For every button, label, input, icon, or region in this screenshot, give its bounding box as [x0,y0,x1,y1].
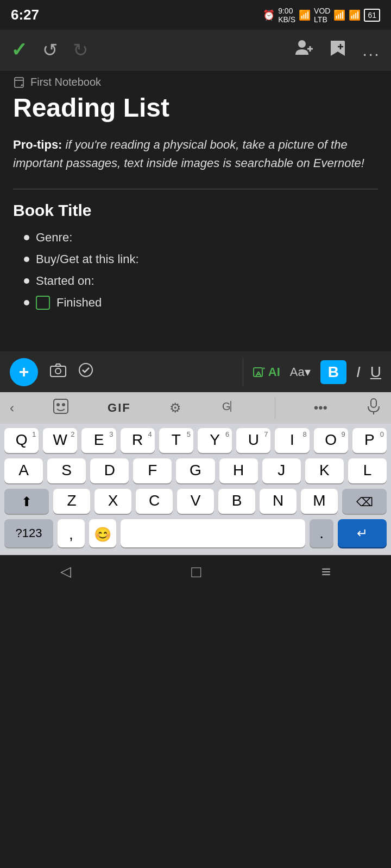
back-nav-button[interactable]: ◁ [60,563,71,580]
svg-point-13 [57,404,59,406]
list-item: Genre: [18,231,378,245]
emoji-key[interactable]: 😊 [89,519,116,547]
key-j[interactable]: J [262,458,301,483]
font-style-button[interactable]: Aa▾ [290,365,311,379]
backspace-button[interactable]: ⌫ [342,489,387,514]
list-item: Buy/Get at this link: [18,252,378,266]
gif-button[interactable]: GIF [108,401,131,415]
key-z[interactable]: Z [53,489,90,514]
comma-key[interactable]: , [58,519,85,547]
task-check-button[interactable] [78,362,93,381]
key-r[interactable]: 4R [121,428,155,453]
toolbar-left: ✓ ↺ ↻ [11,39,294,61]
shift-button[interactable]: ⬆ [4,489,49,514]
key-y[interactable]: 6Y [198,428,232,453]
undo-button[interactable]: ↺ [42,39,58,61]
add-bookmark-button[interactable] [329,39,347,62]
key-v[interactable]: V [177,489,214,514]
ai-label: AI [268,365,280,379]
key-o[interactable]: 9O [314,428,348,453]
key-f[interactable]: F [133,458,172,483]
battery-icon: 61 [364,9,380,22]
status-icons: ⏰ 9:00KB/S 📶 VODLTB 📶 📶 61 [263,7,380,24]
key-i[interactable]: 8I [275,428,309,453]
key-c[interactable]: C [136,489,173,514]
pro-tips-italic: if you're reading a physical book, take … [13,138,364,170]
mic-button[interactable] [366,398,381,418]
key-d[interactable]: D [90,458,129,483]
vod-icon: VODLTB [314,7,330,24]
note-body[interactable]: Reading List Pro-tips: if you're reading… [0,94,391,328]
key-x[interactable]: X [94,489,131,514]
spacebar[interactable] [121,519,305,547]
italic-button[interactable]: I [356,363,361,381]
keyboard-row-1: 1Q 2W 3E 4R 5T 6Y 7U 8I 9O 0P [4,428,387,453]
buy-get-item: Buy/Get at this link: [36,252,139,266]
status-time: 6:27 [11,7,39,23]
notebook-label: First Notebook [0,71,391,94]
translate-button[interactable]: G [220,398,236,418]
finished-checkbox[interactable] [36,296,50,310]
keyboard-separator [275,398,275,418]
key-h[interactable]: H [219,458,258,483]
wifi-icon: 📶 [299,9,311,21]
key-a[interactable]: A [4,458,43,483]
status-bar: 6:27 ⏰ 9:00KB/S 📶 VODLTB 📶 📶 61 [0,0,391,30]
signal-icon: 📶 [333,9,345,21]
bullet-list: Genre: Buy/Get at this link: Started on:… [13,231,378,310]
key-w[interactable]: 2W [43,428,77,453]
keyboard[interactable]: 1Q 2W 3E 4R 5T 6Y 7U 8I 9O 0P A S D F G … [0,424,391,555]
svg-rect-12 [54,399,68,413]
toolbar-right: ... [294,39,380,62]
key-p[interactable]: 0P [352,428,387,453]
format-toolbar-right: AI Aa▾ B I U [243,360,391,384]
svg-rect-5 [15,78,23,87]
more-keyboard-button[interactable]: ••• [314,400,327,416]
keyboard-back-button[interactable]: ‹ [10,400,14,416]
svg-rect-7 [51,366,66,376]
pro-tips-bold: Pro-tips: [13,138,62,151]
alarm-icon: ⏰ [263,9,275,21]
redo-button[interactable]: ↻ [73,39,88,61]
sticker-button[interactable] [53,398,69,418]
started-on-item: Started on: [36,274,94,288]
camera-button[interactable] [50,363,66,381]
pro-tips-text: Pro-tips: if you're reading a physical b… [13,136,378,173]
bold-button[interactable]: B [320,360,346,384]
list-item: Started on: [18,274,378,288]
svg-point-8 [55,368,61,374]
period-key[interactable]: . [310,519,333,547]
home-nav-button[interactable]: □ [191,563,201,581]
underline-button[interactable]: U [370,363,381,381]
svg-text:G: G [222,400,231,412]
enter-button[interactable]: ↵ [338,519,387,547]
key-e[interactable]: 3E [81,428,116,453]
svg-point-0 [298,40,306,48]
insert-plus-button[interactable]: + [10,358,38,386]
format-toolbar-left: + [0,358,243,386]
key-q[interactable]: 1Q [4,428,39,453]
recents-nav-button[interactable]: ≡ [321,563,331,581]
key-m[interactable]: M [301,489,338,514]
key-b[interactable]: B [218,489,255,514]
ai-button[interactable]: AI [253,365,280,379]
note-title: Reading List [13,94,378,123]
note-content-area: Reading List Pro-tips: if you're reading… [0,94,391,352]
settings-button[interactable]: ⚙ [169,400,181,416]
symbols-button[interactable]: ?123 [4,519,53,547]
save-check-button[interactable]: ✓ [11,39,27,61]
section-divider [13,189,378,189]
key-u[interactable]: 7U [236,428,270,453]
key-n[interactable]: N [260,489,297,514]
key-k[interactable]: K [305,458,344,483]
key-t[interactable]: 5T [159,428,193,453]
key-l[interactable]: L [348,458,387,483]
svg-point-9 [79,363,92,376]
add-person-button[interactable] [294,39,313,62]
key-s[interactable]: S [47,458,86,483]
genre-item: Genre: [36,231,72,245]
speed-text: 9:00KB/S [278,7,295,24]
more-options-button[interactable]: ... [362,40,380,60]
key-g[interactable]: G [176,458,215,483]
keyboard-row-4: ?123 , 😊 . ↵ [4,519,387,547]
